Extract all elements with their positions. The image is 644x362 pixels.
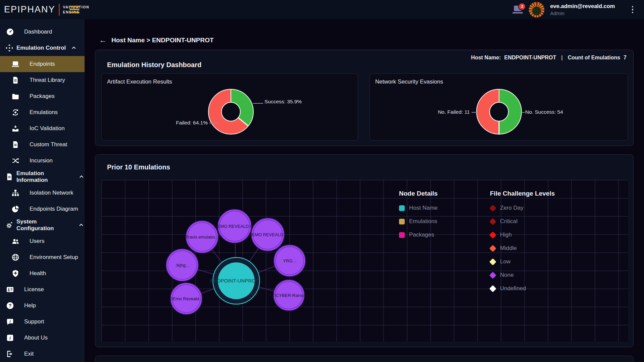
sidebar-item-system-configuration[interactable]: System Configuration: [0, 217, 85, 233]
user-role: Admin: [550, 10, 615, 16]
kebab-dot: [632, 6, 634, 8]
legend-item-undefined[interactable]: Undefined: [490, 282, 555, 295]
users-icon: [11, 237, 19, 245]
sidebar-item-license[interactable]: License: [0, 281, 85, 298]
artifact-donut-hole: [221, 102, 241, 121]
globe-icon: [11, 253, 19, 261]
sidebar-item-environment-setup[interactable]: Environment Setup: [0, 249, 85, 265]
legend-item-label: None: [500, 272, 514, 278]
legend-item-zero-day[interactable]: Zero Day: [490, 201, 555, 215]
graph-node-tticyber-ranso[interactable]: TTICYBER-Ranso...: [269, 280, 308, 311]
legend-item-critical[interactable]: Critical: [490, 215, 555, 228]
sidebar-item-label: Isolation Network: [30, 190, 73, 196]
hamburger-menu-icon[interactable]: [69, 6, 80, 13]
legend-item-label: Emulations: [409, 218, 437, 225]
svg-text:i: i: [9, 335, 11, 341]
sidebar-item-emulation-information[interactable]: Emulation Information: [0, 169, 85, 185]
sidebar-item-label: Dashboard: [24, 29, 52, 35]
kebab-menu-icon[interactable]: [630, 4, 636, 15]
host-summary-row: Host Name: ENDPOINT-UNPROT | Count of Em…: [471, 55, 627, 61]
prior-emulations-title: Prior 10 Emulations: [107, 163, 170, 171]
legend-item-label: Packages: [409, 231, 434, 238]
sidebar-item-label: About Us: [24, 334, 48, 341]
shield-plus-icon: [11, 269, 19, 277]
legend-item-middle[interactable]: Middle: [490, 242, 555, 255]
legend-item-label: Host Name: [409, 205, 438, 211]
sidebar-item-label: IoC Validation: [30, 125, 65, 132]
artifact-success-connector: [253, 103, 263, 104]
sidebar-item-incursion[interactable]: Incursion: [0, 153, 85, 169]
user-avatar[interactable]: [529, 2, 545, 18]
artifact-success-label: Success: 35.9%: [264, 99, 302, 105]
sidebar-item-ioc-validation[interactable]: IoC Validation: [0, 120, 85, 137]
emulation-graph-area[interactable]: Travis emulatio...DEMO REVEALD 06DEMO RE…: [101, 180, 628, 342]
graph-center-node-host[interactable]: ENDPOINT-UNPROT...: [210, 258, 262, 304]
document-lines-icon: [5, 173, 13, 181]
legend-item-label: Middle: [500, 245, 517, 252]
back-arrow-icon[interactable]: ←: [99, 36, 107, 44]
sidebar-item-packages[interactable]: Packages: [0, 88, 85, 104]
graph-node-label: DEMO REVEALD 06: [214, 224, 255, 229]
sidebar-item-threat-library[interactable]: Threat Library: [0, 72, 85, 88]
sidebar-item-isolation-network[interactable]: Isolation Network: [0, 185, 85, 201]
sidebar-item-label: Incursion: [30, 157, 53, 164]
legend-item-label: High: [500, 231, 512, 238]
graph-node-demo-reveald[interactable]: DEmo Reveald...: [170, 283, 203, 314]
chevron-up-icon[interactable]: [78, 222, 85, 228]
sidebar-item-emulation-control[interactable]: Emulation Control: [0, 40, 85, 56]
sidebar-item-endpoints-diagram[interactable]: Endpoints Diagram: [0, 201, 85, 217]
artifact-failed-connector: [209, 123, 218, 123]
legend-item-label: Zero Day: [500, 205, 524, 211]
hamburger-bar: [69, 9, 80, 10]
sidebar-item-label: System Configuration: [16, 218, 75, 232]
legend-title: Node Details: [399, 190, 438, 197]
graph-node-travis-emulatio[interactable]: Travis emulatio...: [186, 221, 219, 253]
legend-item-packages[interactable]: Packages: [399, 228, 438, 242]
sidebar-item-label: Endpoints: [30, 61, 55, 67]
graph-node-demo-reveald-06[interactable]: DEMO REVEALD 06: [214, 209, 255, 243]
sidebar-item-label: Packages: [30, 93, 55, 100]
evasions-chart-title: Network Security Evasions: [375, 79, 443, 85]
user-info: eve.admin@reveald.com Admin: [550, 3, 615, 16]
legend-item-label: Critical: [500, 218, 517, 225]
legend-swatch: [489, 218, 496, 225]
legend-title: File Challenge Levels: [490, 190, 555, 197]
legend-item-high[interactable]: High: [490, 228, 555, 242]
sidebar-item-about-us[interactable]: iAbout Us: [0, 330, 85, 346]
legend-item-none[interactable]: None: [490, 268, 555, 282]
evasions-failed-label: No. Failed: 11: [430, 109, 470, 115]
legend-item-host-name[interactable]: Host Name: [399, 201, 438, 215]
chevron-up-icon[interactable]: [78, 173, 85, 180]
sidebar-item-custom-threat[interactable]: Custom Threat: [0, 137, 85, 153]
legend-swatch: [489, 285, 496, 292]
count-of-emulations-value: 7: [624, 55, 627, 61]
graph-node-yrg[interactable]: YRG...: [274, 245, 305, 276]
sidebar-item-label: Exit: [24, 351, 34, 357]
topbar: EPIPHANY VALIDATION ENGINE 2 eve.admin@r…: [0, 0, 644, 19]
sidebar-item-health[interactable]: Health: [0, 265, 85, 281]
sidebar-item-help[interactable]: ?Help: [0, 298, 85, 314]
sidebar-item-support[interactable]: iSupport: [0, 314, 85, 330]
legend-item-low[interactable]: Low: [490, 255, 555, 268]
kebab-dot: [632, 12, 634, 13]
endpoint-notification-icon[interactable]: 2: [512, 5, 523, 15]
sidebar-item-emulations[interactable]: Emulations: [0, 104, 85, 120]
graph-node-lkjhg[interactable]: ;lkjhg...: [166, 249, 198, 281]
sidebar-item-dashboard[interactable]: Dashboard: [0, 24, 85, 40]
sidebar-item-label: Support: [24, 318, 44, 325]
graph-node-demo-reveald[interactable]: DEMO REVEALD...: [249, 218, 287, 251]
legend-item-emulations[interactable]: Emulations: [399, 215, 438, 228]
artifact-failed-label: Failed: 64.1%: [174, 120, 208, 126]
inbox-download-icon: [11, 124, 19, 133]
topbar-right-cluster: 2 eve.admin@reveald.com Admin: [512, 0, 635, 19]
summary-separator: |: [561, 55, 562, 61]
sidebar-item-label: Help: [24, 302, 36, 309]
sync-icon: [11, 108, 19, 116]
graph-node-label: TTICYBER-Ranso...: [269, 293, 308, 298]
sidebar-item-endpoints[interactable]: Endpoints: [0, 56, 85, 72]
chevron-up-icon[interactable]: [70, 45, 77, 51]
document-lines-icon: [11, 76, 19, 84]
sidebar-item-exit[interactable]: Exit: [0, 346, 85, 362]
sidebar-item-users[interactable]: Users: [0, 233, 85, 249]
node-details-legend: Node DetailsHost NameEmulationsPackages: [399, 190, 438, 242]
